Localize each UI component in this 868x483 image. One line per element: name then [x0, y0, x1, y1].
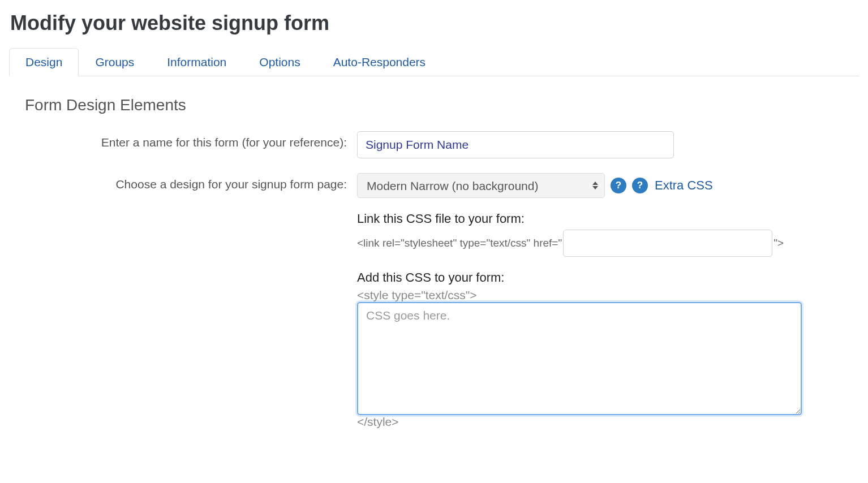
section-heading: Form Design Elements	[25, 96, 859, 114]
page-title: Modify your website signup form	[10, 11, 859, 35]
form-design-label: Choose a design for your signup form pag…	[9, 173, 357, 191]
form-name-input[interactable]	[357, 131, 674, 158]
add-css-heading: Add this CSS to your form:	[357, 270, 859, 285]
tab-bar: Design Groups Information Options Auto-R…	[9, 48, 859, 76]
css-file-input[interactable]	[563, 230, 772, 257]
tab-auto-responders[interactable]: Auto-Responders	[317, 48, 442, 76]
tab-options[interactable]: Options	[243, 48, 316, 76]
tab-design[interactable]: Design	[9, 48, 79, 76]
form-name-label: Enter a name for this form (for your ref…	[9, 131, 357, 149]
style-close-tag: </style>	[357, 415, 859, 429]
link-css-line: <link rel="stylesheet" type="text/css" h…	[357, 230, 859, 257]
tab-information[interactable]: Information	[151, 48, 243, 76]
style-open-tag: <style type="text/css">	[357, 288, 859, 302]
form-row-design: Choose a design for your signup form pag…	[9, 173, 859, 429]
help-icon[interactable]: ?	[632, 178, 648, 193]
design-select-wrap: Modern Narrow (no background)	[357, 173, 605, 198]
extra-css-label: Extra CSS	[655, 178, 713, 193]
help-icon[interactable]: ?	[611, 178, 626, 193]
link-css-prefix: <link rel="stylesheet" type="text/css" h…	[357, 237, 562, 249]
css-textarea[interactable]	[357, 302, 802, 415]
link-css-heading: Link this CSS file to your form:	[357, 212, 859, 226]
link-css-suffix: ">	[774, 237, 784, 249]
tab-groups[interactable]: Groups	[79, 48, 151, 76]
design-select[interactable]: Modern Narrow (no background)	[357, 173, 605, 198]
form-row-name: Enter a name for this form (for your ref…	[9, 131, 859, 158]
